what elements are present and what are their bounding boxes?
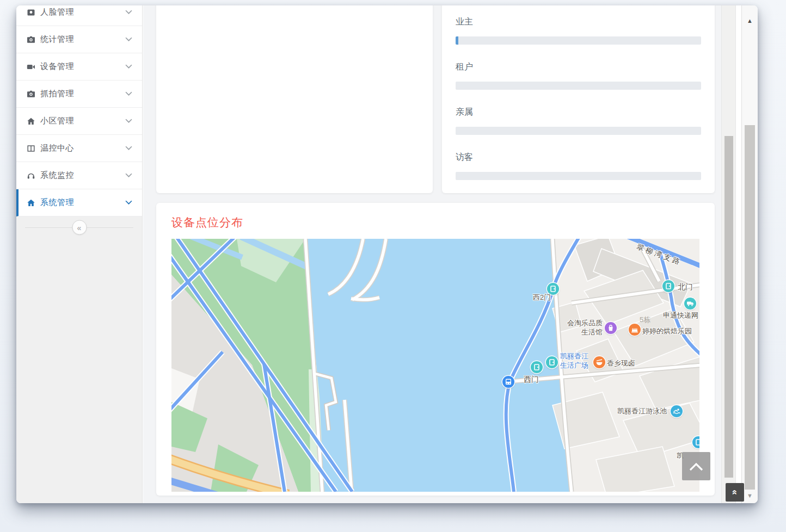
sidebar: 人脸管理 统计管理 设备管理 [16,5,143,503]
stat-row: 业主 [456,16,701,45]
empty-chart-panel [156,5,433,193]
top-panels-row: 业主 租户 亲属 访客 [156,5,715,193]
main-content: 业主 租户 亲属 访客 [143,5,721,503]
map-label-north-gate: 北门 [678,282,693,292]
map-label-plaza: 凯丽香江 生活广场 [560,351,588,370]
camera-icon [27,90,35,98]
sidebar-item-devices[interactable]: 设备管理 [16,53,142,81]
chevron-down-icon [125,146,132,151]
camera-icon [27,35,35,44]
chevron-down-icon [125,173,132,178]
map-marker-west-gate[interactable] [531,361,543,373]
sidebar-collapse-row: « [16,216,142,238]
sidebar-item-label: 小区管理 [40,116,125,126]
map-label-braised-food: 香乡现卤 [607,358,635,368]
app-window: 人脸管理 统计管理 设备管理 [16,5,758,503]
sidebar-item-system[interactable]: 系统管理 [16,189,142,216]
inner-scrollbar-thumb[interactable] [724,136,733,478]
scroll-jump-top-button[interactable]: « [726,483,744,502]
stat-label: 租户 [456,61,701,73]
chevron-down-icon [125,200,132,205]
chevron-down-icon [125,119,132,123]
chevron-down-icon [125,37,132,42]
stat-row: 访客 [456,152,701,180]
map-label-line: 生活馆 [556,327,603,337]
progress-bar [456,82,701,90]
map-marker-plaza[interactable] [546,356,558,368]
progress-bar [456,172,701,180]
face-icon [27,8,35,17]
sidebar-item-face[interactable]: 人脸管理 [16,5,142,26]
columns-icon [27,144,35,153]
person-stats-panel: 业主 租户 亲属 访客 [442,5,715,193]
chevron-up-icon [688,460,704,472]
sidebar-item-temperature[interactable]: 温控中心 [16,135,142,162]
sidebar-item-label: 人脸管理 [40,7,125,17]
back-to-top-button[interactable] [682,452,710,480]
collapse-icon: « [77,223,82,232]
sidebar-item-label: 抓拍管理 [40,89,125,99]
sidebar-item-monitoring[interactable]: 系统监控 [16,162,142,189]
map-marker-swimming-pool[interactable] [671,405,683,417]
sidebar-item-label: 设备管理 [40,61,125,72]
map-marker-north-gate[interactable] [662,280,674,292]
home-icon [27,117,35,126]
map-marker-partial[interactable] [692,436,699,448]
progress-bar [456,36,701,45]
map-label-west-gate2: 西2门 [533,293,551,302]
map-label-life-hall: 会淘乐品质 生活馆 [556,318,603,337]
sidebar-item-label: 温控中心 [40,143,125,153]
sidebar-collapse-button[interactable]: « [72,220,87,235]
panel-title: 设备点位分布 [171,215,699,230]
chevron-down-icon [125,64,132,69]
map-label-express: 申通快递网 [663,311,698,320]
map-label-line: 会淘乐品质 [556,318,603,327]
progress-fill [456,36,458,45]
map-label-building5: 5栋 [640,315,650,324]
map-label-line: 生活广场 [560,361,588,370]
stat-row: 租户 [456,61,701,90]
map-marker-bus-stop[interactable] [502,376,514,388]
sidebar-item-label: 系统管理 [40,197,125,208]
map-marker-bakery[interactable] [629,324,641,336]
outer-scrollbar-thumb[interactable] [745,125,755,490]
map-label-swimming-pool: 凯丽香江游泳池 [606,406,667,416]
sidebar-item-community[interactable]: 小区管理 [16,108,142,135]
home-icon [27,199,35,207]
sidebar-item-label: 统计管理 [40,34,125,45]
stat-label: 访客 [456,152,701,163]
sidebar-item-statistics[interactable]: 统计管理 [16,26,142,53]
map-canvas[interactable]: 翠柳湾支路 [171,239,699,492]
chevron-down-icon [125,10,132,15]
chevron-down-icon [125,91,132,96]
videocam-icon [27,63,35,71]
map-label-west-gate: 西门 [524,375,539,384]
map-marker-braised-food[interactable] [593,356,605,368]
outer-scrollbar[interactable]: ▲ ▼ [741,5,758,503]
stat-label: 亲属 [456,107,701,118]
device-map-panel: 设备点位分布 [156,203,715,496]
progress-bar [456,127,701,135]
double-chevron-up-icon: « [729,490,740,494]
stat-label: 业主 [456,16,701,28]
inner-scrollbar[interactable] [721,5,736,503]
sidebar-item-label: 系统监控 [40,170,125,181]
map-label-line: 凯丽香江 [560,351,588,361]
sidebar-item-capture[interactable]: 抓拍管理 [16,81,142,108]
map-label-bakery: 婷婷的烘焙乐园 [642,326,692,336]
scrollbar-up-arrow[interactable]: ▲ [742,17,758,24]
stat-row: 亲属 [456,107,701,135]
map-marker-life-hall[interactable] [605,322,617,334]
map-marker-express[interactable] [684,298,696,310]
headset-icon [27,171,35,180]
scrollbar-down-arrow[interactable]: ▼ [742,492,758,499]
